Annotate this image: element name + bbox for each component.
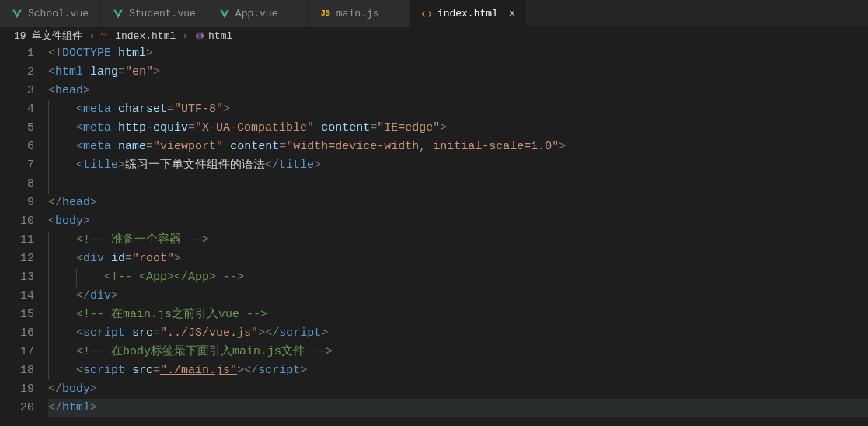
token-attr: lang (90, 65, 118, 79)
token-comment: <!-- 在main.js之前引入vue --> (76, 308, 267, 321)
token-str: "viewport" (153, 140, 223, 153)
tab-main-js[interactable]: JSmain.js (309, 0, 410, 27)
token-attr: name (118, 140, 146, 153)
token-punct: ></ (237, 364, 258, 377)
code-line[interactable]: <!-- <App></App> --> (48, 268, 868, 287)
code-line[interactable]: <title>练习一下单文件组件的语法</title> (48, 156, 868, 175)
code-line[interactable]: <!DOCTYPE html> (48, 44, 868, 63)
indent-guide (48, 138, 49, 156)
token-str_u: "../JS/vue.js" (160, 326, 258, 340)
code-line[interactable] (48, 175, 868, 194)
token-punct: </ (48, 196, 62, 209)
code-line[interactable]: </body> (48, 380, 868, 399)
breadcrumb-file[interactable]: index.html (115, 30, 176, 42)
token-text (48, 121, 76, 134)
line-number: 10 (0, 212, 34, 231)
tab-label: Student.vue (129, 8, 196, 19)
code-line[interactable]: <html lang="en"> (48, 63, 868, 82)
token-text (125, 326, 132, 340)
line-number: 9 (0, 194, 34, 212)
token-punct: > (83, 84, 90, 97)
indent-guide (48, 324, 49, 343)
token-punct: <! (48, 47, 62, 60)
token-punct: </ (265, 159, 279, 172)
token-punct: < (76, 252, 83, 265)
code-line[interactable]: </div> (48, 287, 868, 306)
tab-App-vue[interactable]: App.vue (207, 0, 309, 27)
indent-guide (48, 268, 49, 287)
token-punct: < (48, 215, 55, 228)
code-line[interactable]: </html> (48, 399, 868, 417)
token-punct: > (146, 47, 153, 60)
js-icon: JS (319, 8, 332, 20)
token-punct: > (174, 252, 181, 265)
token-attr: html (118, 47, 146, 60)
code-line[interactable]: <meta charset="UTF-8"> (48, 100, 868, 119)
token-punct: > (90, 196, 97, 209)
indent-guide (48, 361, 49, 380)
token-punct: = (279, 140, 286, 153)
line-number: 7 (0, 156, 34, 175)
token-tag: head (62, 196, 90, 209)
code-line[interactable]: <meta http-equiv="X-UA-Compatible" conte… (48, 119, 868, 138)
line-number: 20 (0, 399, 34, 417)
token-tag: html (62, 401, 90, 414)
code-line[interactable]: <body> (48, 212, 868, 231)
token-text (111, 103, 118, 116)
token-attr: content (321, 121, 370, 134)
code-line[interactable]: <div id="root"> (48, 250, 868, 268)
token-punct: = (146, 140, 153, 153)
line-number: 14 (0, 287, 34, 306)
code-area[interactable]: <!DOCTYPE html><html lang="en"><head> <m… (48, 44, 868, 417)
token-text: 练习一下单文件组件的语法 (125, 159, 265, 172)
tab-index-html[interactable]: index.html× (410, 0, 527, 27)
indent-guide (48, 175, 49, 194)
token-punct: < (76, 159, 83, 172)
line-number: 3 (0, 82, 34, 100)
token-text (48, 326, 76, 340)
token-text (48, 233, 76, 246)
token-text (125, 364, 132, 377)
token-text (111, 47, 118, 60)
token-punct: < (76, 326, 83, 340)
code-line[interactable]: <script src="./main.js"></script> (48, 361, 868, 380)
token-text (48, 252, 76, 265)
token-punct: < (76, 103, 83, 116)
token-comment: <!-- 准备一个容器 --> (76, 233, 209, 246)
token-punct: </ (76, 289, 90, 302)
token-text (48, 364, 76, 377)
token-tag: body (55, 215, 83, 228)
token-tag: meta (83, 103, 111, 116)
code-editor[interactable]: 1234567891011121314151617181920 <!DOCTYP… (0, 44, 868, 417)
indent-guide (48, 287, 49, 306)
token-text (48, 159, 76, 172)
tab-School-vue[interactable]: School.vue (0, 0, 101, 27)
line-number-gutter: 1234567891011121314151617181920 (0, 44, 48, 417)
tab-label: App.vue (235, 8, 278, 19)
breadcrumb-folder[interactable]: 19_单文件组件 (14, 29, 82, 43)
indent-guide (48, 119, 49, 138)
tab-Student-vue[interactable]: Student.vue (101, 0, 207, 27)
tab-label: main.js (336, 8, 379, 19)
line-number: 15 (0, 306, 34, 324)
code-line[interactable]: </head> (48, 194, 868, 212)
line-number: 5 (0, 119, 34, 138)
code-line[interactable]: <!-- 在main.js之前引入vue --> (48, 306, 868, 324)
indent-guide (48, 306, 49, 324)
token-punct: > (223, 103, 230, 116)
token-punct: = (167, 103, 174, 116)
code-line[interactable]: <meta name="viewport" content="width=dev… (48, 138, 868, 156)
token-text (83, 65, 90, 79)
code-line[interactable]: <!-- 在body标签最下面引入main.js文件 --> (48, 343, 868, 361)
code-line[interactable]: <!-- 准备一个容器 --> (48, 231, 868, 250)
token-punct: = (153, 364, 160, 377)
token-text (48, 289, 76, 302)
token-tag: meta (83, 121, 111, 134)
breadcrumb-symbol[interactable]: html (208, 30, 232, 42)
line-number: 12 (0, 250, 34, 268)
close-icon[interactable]: × (503, 8, 515, 20)
code-line[interactable]: <script src="../JS/vue.js"></script> (48, 324, 868, 343)
symbol-icon (194, 30, 205, 41)
token-text (104, 252, 111, 265)
code-line[interactable]: <head> (48, 82, 868, 100)
